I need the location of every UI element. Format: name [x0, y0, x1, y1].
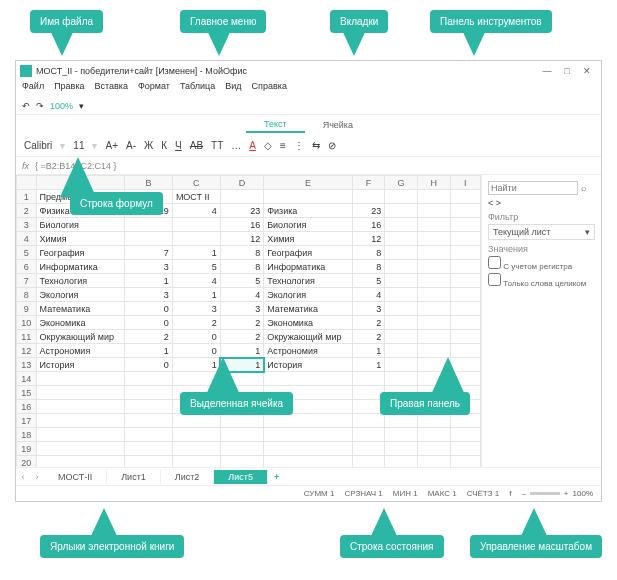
cell[interactable]: Окружающий мир: [36, 330, 124, 344]
sheet-tab[interactable]: Лист1: [107, 470, 161, 484]
row-header[interactable]: 2: [17, 204, 37, 218]
cell[interactable]: [385, 288, 418, 302]
cell[interactable]: 3: [125, 260, 173, 274]
cell[interactable]: 16: [220, 218, 263, 232]
cell[interactable]: [450, 288, 481, 302]
cell[interactable]: [36, 400, 124, 414]
cell[interactable]: [385, 274, 418, 288]
cell[interactable]: 5: [352, 274, 385, 288]
cell[interactable]: [417, 428, 450, 442]
cell[interactable]: Химия: [264, 232, 352, 246]
cell[interactable]: [220, 414, 263, 428]
cell[interactable]: [450, 456, 481, 468]
align-h-button[interactable]: ≡: [280, 140, 286, 151]
zoom-out-button[interactable]: –: [521, 489, 525, 498]
cell[interactable]: Астрономия: [264, 344, 352, 358]
col-header[interactable]: B: [125, 176, 173, 190]
cell[interactable]: 8: [352, 246, 385, 260]
cell[interactable]: 0: [125, 302, 173, 316]
cell[interactable]: История: [264, 358, 352, 372]
cell[interactable]: Технология: [36, 274, 124, 288]
cell[interactable]: 3: [352, 302, 385, 316]
cell[interactable]: Биология: [36, 218, 124, 232]
cell[interactable]: [220, 456, 263, 468]
minimize-button[interactable]: —: [537, 66, 557, 76]
row-header[interactable]: 4: [17, 232, 37, 246]
col-header[interactable]: I: [450, 176, 481, 190]
row-header[interactable]: 11: [17, 330, 37, 344]
cell[interactable]: [264, 414, 352, 428]
cell[interactable]: [172, 232, 220, 246]
cell[interactable]: 1: [352, 358, 385, 372]
redo-icon[interactable]: ↷: [36, 101, 44, 111]
cell[interactable]: [264, 190, 352, 204]
cell[interactable]: 2: [352, 316, 385, 330]
row-header[interactable]: 17: [17, 414, 37, 428]
zoom-slider[interactable]: [530, 492, 560, 495]
cell[interactable]: [125, 218, 173, 232]
menu-format[interactable]: Формат: [138, 81, 170, 97]
cell[interactable]: [450, 442, 481, 456]
cell[interactable]: [385, 302, 418, 316]
search-icon[interactable]: ⌕: [581, 183, 586, 193]
cell[interactable]: [36, 414, 124, 428]
cell[interactable]: [385, 316, 418, 330]
sheet-tab[interactable]: МОСТ-II: [44, 470, 107, 484]
cell[interactable]: МОСТ II: [172, 190, 220, 204]
cell[interactable]: Информатика: [36, 260, 124, 274]
cell[interactable]: 4: [172, 204, 220, 218]
cell[interactable]: Технология: [264, 274, 352, 288]
cell[interactable]: [172, 428, 220, 442]
row-header[interactable]: 16: [17, 400, 37, 414]
cell[interactable]: [36, 372, 124, 386]
cell[interactable]: [417, 246, 450, 260]
search-next-button[interactable]: >: [496, 198, 501, 208]
cell[interactable]: 3: [125, 288, 173, 302]
cell[interactable]: [352, 372, 385, 386]
col-header[interactable]: H: [417, 176, 450, 190]
undo-icon[interactable]: ↶: [22, 101, 30, 111]
more-button[interactable]: …: [231, 140, 241, 151]
cell[interactable]: [385, 456, 418, 468]
cell[interactable]: Математика: [36, 302, 124, 316]
cell[interactable]: [450, 190, 481, 204]
cell[interactable]: 2: [172, 316, 220, 330]
row-header[interactable]: 8: [17, 288, 37, 302]
cell[interactable]: География: [264, 246, 352, 260]
cell[interactable]: [125, 232, 173, 246]
cell[interactable]: [36, 428, 124, 442]
cell[interactable]: [450, 344, 481, 358]
cell[interactable]: [220, 442, 263, 456]
cell[interactable]: [125, 456, 173, 468]
cell[interactable]: [125, 372, 173, 386]
cell[interactable]: [417, 442, 450, 456]
cell[interactable]: 0: [172, 330, 220, 344]
cell[interactable]: Информатика: [264, 260, 352, 274]
cell[interactable]: [36, 442, 124, 456]
cell[interactable]: [36, 456, 124, 468]
scope-select[interactable]: Текущий лист ▾: [488, 224, 595, 240]
cell[interactable]: [125, 400, 173, 414]
cell[interactable]: 0: [125, 358, 173, 372]
link-button[interactable]: ⊘: [328, 140, 336, 151]
col-header[interactable]: E: [264, 176, 352, 190]
cell[interactable]: [417, 344, 450, 358]
cell[interactable]: [172, 442, 220, 456]
cell[interactable]: Астрономия: [36, 344, 124, 358]
col-header[interactable]: G: [385, 176, 418, 190]
cell[interactable]: [450, 260, 481, 274]
cell[interactable]: Химия: [36, 232, 124, 246]
cell[interactable]: 12: [352, 232, 385, 246]
search-prev-button[interactable]: <: [488, 198, 493, 208]
col-header[interactable]: C: [172, 176, 220, 190]
cell[interactable]: [385, 358, 418, 372]
sheet-nav-next[interactable]: ›: [30, 472, 44, 482]
cell[interactable]: [417, 190, 450, 204]
menu-insert[interactable]: Вставка: [95, 81, 128, 97]
cell[interactable]: [125, 428, 173, 442]
row-header[interactable]: 19: [17, 442, 37, 456]
tab-text[interactable]: Текст: [246, 117, 305, 133]
cell[interactable]: [385, 260, 418, 274]
cell[interactable]: 1: [125, 274, 173, 288]
sheet-tab[interactable]: Лист2: [161, 470, 215, 484]
